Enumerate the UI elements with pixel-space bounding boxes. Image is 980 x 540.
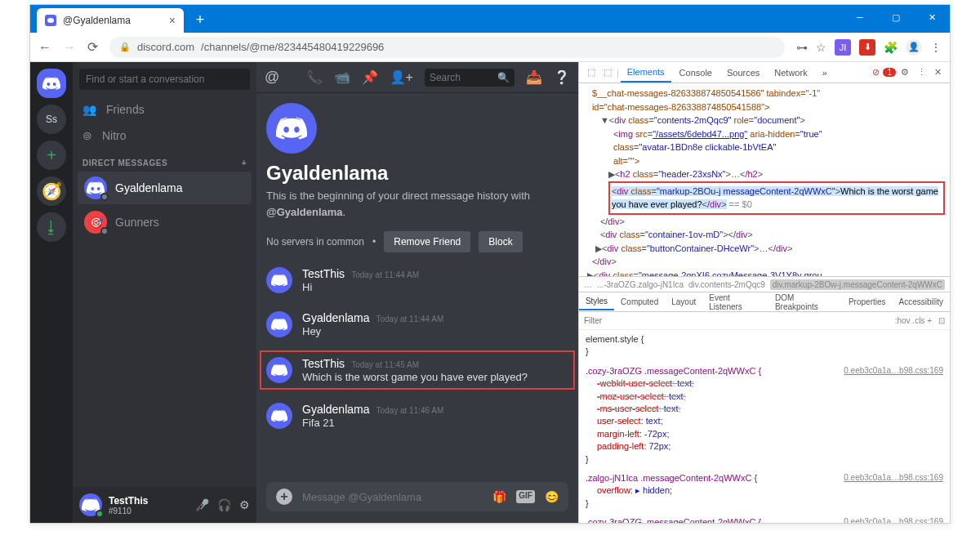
back-button[interactable]: ← <box>38 40 51 55</box>
server-list: Ss + 🧭 ⭳ <box>30 62 73 523</box>
url-field[interactable]: 🔒 discord.com/channels/@me/8234454804192… <box>109 37 785 58</box>
profile-name: Gyaldenlama <box>266 162 568 185</box>
add-attachment-icon[interactable]: + <box>276 489 292 505</box>
extensions-icon[interactable]: 🧩 <box>884 41 898 54</box>
home-button[interactable] <box>37 69 66 98</box>
settings-icon[interactable]: ⚙ <box>239 498 250 511</box>
error-count[interactable]: ⊘1 <box>872 67 896 78</box>
toggle-icon[interactable]: ⊡ <box>938 316 945 325</box>
channel-list: Find or start a conversation 👥Friends ⊚N… <box>73 62 256 523</box>
friends-nav[interactable]: 👥Friends <box>73 96 256 123</box>
bookmark-icon[interactable]: ☆ <box>816 41 826 54</box>
forward-button[interactable]: → <box>63 40 76 55</box>
elements-tree[interactable]: $__chat-messages-826338874850541586" tab… <box>579 83 950 276</box>
tab-layout[interactable]: Layout <box>665 294 702 310</box>
tab-close-icon[interactable]: × <box>169 14 176 27</box>
add-server-button[interactable]: + <box>37 141 66 170</box>
pin-icon[interactable]: 📌 <box>362 69 378 85</box>
styles-tabs: Styles Computed Layout Event Listeners D… <box>579 292 950 312</box>
browser-tab[interactable]: @Gyaldenlama × <box>37 8 184 33</box>
search-conversation[interactable]: Find or start a conversation <box>79 69 250 90</box>
tab-sources[interactable]: Sources <box>720 64 766 82</box>
no-servers-text: No servers in common <box>266 236 364 248</box>
profile-avatar[interactable]: 👤 <box>906 39 922 56</box>
header-search[interactable]: Search🔍 <box>425 69 514 87</box>
close-devtools-icon[interactable]: ✕ <box>931 64 945 81</box>
message-1: TestThisToday at 11:44 AM Hi <box>266 262 568 298</box>
message-4: GyaldenlamaToday at 11:46 AM Fifa 21 <box>266 398 568 434</box>
inbox-icon[interactable]: 📥 <box>526 69 542 85</box>
deafen-icon[interactable]: 🎧 <box>217 498 231 511</box>
profile-desc: This is the beginning of your direct mes… <box>266 188 568 220</box>
user-avatar[interactable] <box>79 493 102 516</box>
key-icon[interactable]: ⊶ <box>796 41 808 54</box>
new-tab-button[interactable]: + <box>189 8 212 31</box>
inspect-icon[interactable]: ⬚ <box>584 64 599 81</box>
tab-dom[interactable]: DOM Breakpoints <box>768 290 842 315</box>
tab-events[interactable]: Event Listeners <box>702 290 768 315</box>
filter-input[interactable] <box>584 316 889 325</box>
profile-actions: No servers in common • Remove Friend Blo… <box>266 231 568 252</box>
maximize-button[interactable]: ▢ <box>878 5 914 29</box>
close-window-button[interactable]: ✕ <box>914 5 950 29</box>
styles-body[interactable]: element.style {} 0.eeb3c0a1a…b98.css:169… <box>579 330 950 523</box>
url-path: /channels/@me/823445480419229696 <box>201 41 384 53</box>
chat-body: Gyaldenlama This is the beginning of you… <box>256 93 578 482</box>
tab-a11y[interactable]: Accessibility <box>893 294 950 310</box>
menu-icon[interactable]: ⋮ <box>930 41 942 54</box>
address-bar: ← → ⟳ 🔒 discord.com/channels/@me/8234454… <box>30 33 950 62</box>
tab-styles[interactable]: Styles <box>579 293 614 310</box>
device-icon[interactable]: ⬚ <box>600 64 615 81</box>
dm-gyaldenlama[interactable]: Gyaldenlama <box>78 172 252 204</box>
tab-more[interactable]: » <box>816 64 834 82</box>
filter-options[interactable]: :hov .cls + <box>895 316 932 325</box>
lock-icon: 🔒 <box>119 42 131 52</box>
call-icon[interactable]: 📞 <box>306 69 323 85</box>
user-controls: 🎤̸ 🎧 ⚙ <box>195 498 250 511</box>
tab-network[interactable]: Network <box>768 64 813 82</box>
block-button[interactable]: Block <box>479 231 522 252</box>
gift-icon[interactable]: 🎁 <box>492 490 506 503</box>
reload-button[interactable]: ⟳ <box>87 39 98 55</box>
window-controls: ─ ▢ ✕ <box>842 5 950 29</box>
tab-computed[interactable]: Computed <box>614 294 665 310</box>
tab-title: @Gyaldenlama <box>63 15 131 26</box>
more-icon[interactable]: ⋮ <box>914 64 929 81</box>
tab-console[interactable]: Console <box>673 64 719 82</box>
help-icon[interactable]: ❔ <box>554 69 570 85</box>
tab-props[interactable]: Properties <box>842 294 893 310</box>
user-name: TestThis <box>109 495 148 507</box>
avatar <box>266 357 292 383</box>
explore-button[interactable]: 🧭 <box>37 176 66 206</box>
add-friend-icon[interactable]: 👤+ <box>390 69 413 85</box>
download-button[interactable]: ⭳ <box>37 212 66 242</box>
dm-gunners[interactable]: 🎯 Gunners <box>78 206 252 239</box>
gif-icon[interactable]: GIF <box>516 490 535 503</box>
tab-elements[interactable]: Elements <box>621 63 671 83</box>
settings-icon[interactable]: ⚙ <box>898 64 912 81</box>
server-ss[interactable]: Ss <box>37 105 66 134</box>
extension-icon-2[interactable]: ⬇ <box>859 39 875 56</box>
message-3-highlighted: TestThisToday at 11:45 AM Which is the w… <box>260 350 575 390</box>
minimize-button[interactable]: ─ <box>842 5 878 29</box>
styles-filter: :hov .cls + ⊡ <box>579 312 950 330</box>
add-dm-icon[interactable]: + <box>242 158 247 167</box>
message-2: GyaldenlamaToday at 11:44 AM Hey <box>266 306 568 342</box>
nitro-icon: ⊚ <box>82 129 92 142</box>
nitro-nav[interactable]: ⊚Nitro <box>73 123 256 149</box>
remove-friend-button[interactable]: Remove Friend <box>384 231 470 252</box>
input-placeholder: Message @Gyaldenlama <box>302 491 421 503</box>
user-panel: TestThis #9110 🎤̸ 🎧 ⚙ <box>73 487 256 523</box>
browser-window: @Gyaldenlama × + ─ ▢ ✕ ← → ⟳ 🔒 discord.c… <box>29 4 951 524</box>
chat-header: @ 📞 📹 📌 👤+ Search🔍 📥 ❔ <box>256 62 578 93</box>
video-icon[interactable]: 📹 <box>334 69 350 85</box>
dm-profile-header: Gyaldenlama This is the beginning of you… <box>266 103 568 252</box>
avatar: 🎯 <box>84 211 107 234</box>
message-input[interactable]: + Message @Gyaldenlama 🎁 GIF 😊 <box>266 482 568 511</box>
toolbar-icons: ⊶ ☆ JI ⬇ 🧩 👤 ⋮ <box>796 39 942 56</box>
profile-avatar <box>266 103 317 154</box>
mute-icon[interactable]: 🎤̸ <box>195 498 209 511</box>
extension-icon-1[interactable]: JI <box>835 39 851 56</box>
chat-area: @ 📞 📹 📌 👤+ Search🔍 📥 ❔ Gyaldenlama <box>256 62 578 523</box>
emoji-icon[interactable]: 😊 <box>545 490 559 503</box>
